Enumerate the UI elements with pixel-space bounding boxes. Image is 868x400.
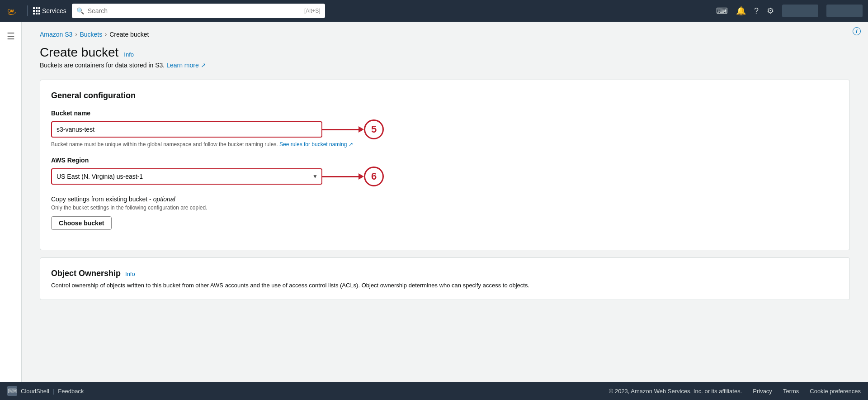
- cloudshell-icon[interactable]: ⌨: [716, 6, 728, 16]
- bucket-name-hint: Bucket name must be unique within the gl…: [51, 141, 839, 148]
- bucket-name-input[interactable]: [51, 121, 322, 138]
- page-title-row: Create bucket Info: [40, 45, 850, 60]
- general-configuration-card: General configuration Bucket name 5 Buck…: [40, 80, 850, 250]
- user-account-pill[interactable]: [782, 5, 818, 17]
- choose-bucket-button[interactable]: Choose bucket: [51, 216, 112, 230]
- rules-external-icon: ↗: [349, 141, 353, 148]
- nav-icons: ⌨ 🔔 ? ⚙: [716, 5, 863, 17]
- object-ownership-card: Object Ownership Info Control ownership …: [40, 257, 850, 300]
- help-icon[interactable]: ?: [754, 6, 759, 16]
- user-region-pill[interactable]: [826, 5, 863, 17]
- breadcrumb-chevron-1: ›: [75, 31, 77, 38]
- search-input[interactable]: [88, 7, 301, 14]
- annotation-arrow-6: [322, 173, 364, 180]
- general-config-title: General configuration: [51, 91, 839, 100]
- annotation-arrow-5: [322, 126, 364, 133]
- bucket-naming-rules-link[interactable]: See rules for bucket naming ↗: [279, 141, 353, 148]
- page-title: Create bucket: [40, 45, 118, 60]
- object-ownership-header: Object Ownership Info: [51, 269, 839, 278]
- top-navigation: Services 🔍 [Alt+S] ⌨ 🔔 ? ⚙: [0, 0, 868, 22]
- breadcrumb-buckets[interactable]: Buckets: [80, 31, 102, 38]
- search-icon: 🔍: [76, 7, 84, 14]
- page-info-link[interactable]: Info: [124, 51, 134, 58]
- search-shortcut: [Alt+S]: [304, 8, 321, 14]
- search-bar[interactable]: 🔍 [Alt+S]: [72, 4, 325, 18]
- main-layout: ☰ Amazon S3 › Buckets › Create bucket Cr…: [0, 22, 868, 382]
- page-info-icon[interactable]: i: [853, 27, 861, 35]
- breadcrumb-current: Create bucket: [109, 31, 149, 38]
- copy-settings-section: Copy settings from existing bucket - opt…: [51, 195, 839, 230]
- main-content: Amazon S3 › Buckets › Create bucket Crea…: [22, 22, 868, 382]
- breadcrumb: Amazon S3 › Buckets › Create bucket: [40, 31, 850, 38]
- page-subtitle: Buckets are containers for data stored i…: [40, 62, 850, 69]
- nav-divider: [27, 5, 28, 16]
- object-ownership-info-link[interactable]: Info: [125, 271, 135, 277]
- services-menu[interactable]: Services: [33, 7, 66, 14]
- sidebar-toggle[interactable]: ☰: [3, 27, 19, 45]
- copy-settings-desc: Only the bucket settings in the followin…: [51, 205, 839, 211]
- copy-settings-title: Copy settings from existing bucket - opt…: [51, 195, 839, 203]
- grid-icon: [33, 7, 40, 14]
- breadcrumb-s3[interactable]: Amazon S3: [40, 31, 72, 38]
- object-ownership-title: Object Ownership: [51, 269, 121, 278]
- bucket-name-row: 5: [51, 119, 395, 139]
- settings-icon[interactable]: ⚙: [767, 6, 774, 16]
- breadcrumb-chevron-2: ›: [105, 31, 107, 38]
- learn-more-link[interactable]: Learn more ↗: [166, 62, 206, 69]
- bucket-name-label: Bucket name: [51, 110, 839, 117]
- aws-region-row: US East (N. Virginia) us-east-1 US East …: [51, 167, 395, 186]
- annotation-circle-5: 5: [364, 119, 384, 139]
- external-link-icon: ↗: [201, 62, 206, 69]
- aws-region-label: AWS Region: [51, 157, 839, 164]
- notifications-icon[interactable]: 🔔: [736, 6, 746, 16]
- annotation-circle-6: 6: [364, 167, 384, 186]
- aws-logo[interactable]: [5, 3, 22, 19]
- services-label: Services: [42, 7, 66, 14]
- object-ownership-desc: Control ownership of objects written to …: [51, 282, 839, 289]
- sidebar: ☰: [0, 22, 22, 382]
- aws-region-select[interactable]: US East (N. Virginia) us-east-1 US East …: [51, 168, 322, 185]
- bucket-name-field: Bucket name 5 Bucket name must be unique…: [51, 110, 839, 148]
- aws-region-field: AWS Region US East (N. Virginia) us-east…: [51, 157, 839, 186]
